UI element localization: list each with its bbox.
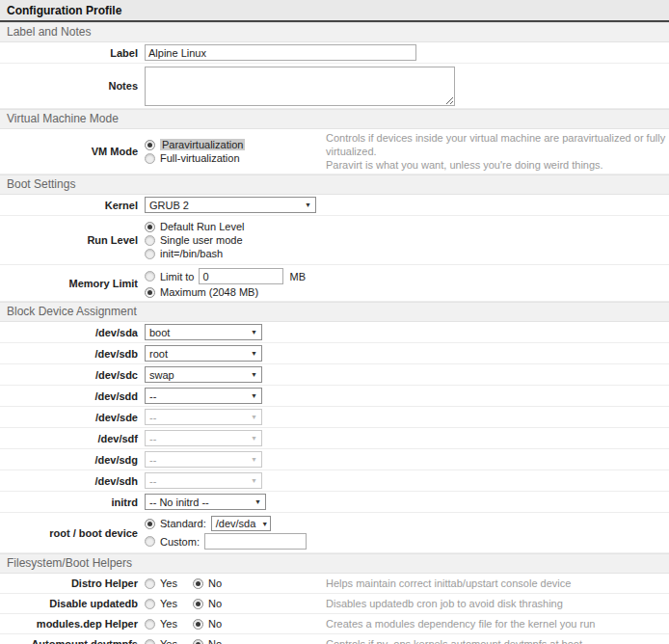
radio-disable-updatedb-yes[interactable] (145, 599, 155, 609)
helper-row-devtmpfs: Automount devtmpfs Yes No Controls if pv… (0, 634, 669, 644)
radio-distro-helper-no[interactable] (193, 578, 203, 589)
kernel-select[interactable]: GRUB 2 ▼ (145, 197, 316, 213)
root-device-select[interactable]: /dev/sda ▼ (211, 516, 271, 531)
initrd-row: initrd -- No initrd -- ▼ (0, 492, 669, 513)
run-level-row: Run Level Default Run Level Single user … (0, 216, 669, 265)
device-row-sdf: /dev/sdf -- ▼ (0, 428, 669, 449)
device-row-sde: /dev/sde -- ▼ (0, 407, 669, 428)
memory-unit-label: MB (289, 271, 306, 282)
vm-mode-row: VM Mode Paravirtualization Full-virtuali… (0, 129, 669, 174)
label-field-label: Label (0, 47, 145, 59)
helper-row-updatedb: Disable updatedb Yes No Disables updated… (0, 594, 669, 614)
initrd-select[interactable]: -- No initrd -- ▼ (145, 494, 266, 510)
radio-default-run-level[interactable] (145, 222, 155, 232)
run-level-option-default[interactable]: Default Run Level (145, 220, 244, 233)
radio-init-bin-bash[interactable] (145, 249, 155, 259)
radio-automount-devtmpfs-no[interactable] (193, 639, 203, 644)
radio-paravirtualization[interactable] (145, 140, 155, 150)
root-device-standard-option[interactable]: Standard: /dev/sda ▼ (145, 515, 271, 532)
device-row-sdg: /dev/sdg -- ▼ (0, 449, 669, 470)
memory-limit-option-maximum[interactable]: Maximum (2048 MB) (145, 285, 258, 299)
page-title: Configuration Profile (0, 0, 669, 22)
device-select-sdf: -- ▼ (145, 430, 262, 446)
radio-modules-dep-yes[interactable] (145, 619, 155, 630)
root-device-custom-input[interactable] (204, 533, 307, 550)
helper-row-modules-dep: modules.dep Helper Yes No Creates a modu… (0, 614, 669, 634)
radio-full-virtualization[interactable] (145, 153, 155, 164)
device-row-sda: /dev/sda boot ▼ (0, 322, 669, 343)
chevron-down-icon: ▼ (251, 329, 257, 335)
helper-help-updatedb: Disables updatedb cron job to avoid disk… (326, 597, 563, 610)
chevron-down-icon: ▼ (261, 521, 268, 527)
helper-row-distro: Distro Helper Yes No Helps maintain corr… (0, 574, 669, 594)
section-filesystem-boot-helpers: Filesystem/Boot Helpers (0, 553, 669, 574)
radio-distro-helper-yes[interactable] (145, 578, 155, 589)
device-row-sdb: /dev/sdb root ▼ (0, 343, 669, 364)
label-input[interactable] (145, 44, 416, 61)
device-select-sdh: -- ▼ (145, 472, 262, 489)
notes-row: Notes (0, 64, 669, 109)
device-row-sdd: /dev/sdd -- ▼ (0, 386, 669, 407)
chevron-down-icon: ▼ (251, 414, 257, 420)
chevron-down-icon: ▼ (251, 477, 257, 484)
device-select-sdc[interactable]: swap ▼ (145, 366, 262, 383)
chevron-down-icon: ▼ (251, 371, 257, 378)
section-label-and-notes: Label and Notes (0, 22, 669, 42)
vm-mode-option-full-virtualization[interactable]: Full-virtualization (145, 151, 240, 165)
helper-help-modules-dep: Creates a modules dependency file for th… (326, 617, 595, 631)
device-row-sdc: /dev/sdc swap ▼ (0, 364, 669, 386)
chevron-down-icon: ▼ (251, 435, 257, 442)
vm-mode-option-label: Paravirtualization (160, 139, 245, 150)
section-block-device-assignment: Block Device Assignment (0, 302, 669, 322)
memory-limit-row: Memory Limit Limit to MB Maximum (2048 M… (0, 265, 669, 302)
initrd-label: initrd (0, 496, 145, 508)
section-virtual-machine-mode: Virtual Machine Mode (0, 109, 669, 129)
notes-textarea[interactable] (145, 67, 455, 106)
chevron-down-icon: ▼ (254, 498, 261, 505)
vm-mode-option-label: Full-virtualization (160, 152, 240, 164)
radio-limit-to[interactable] (145, 271, 155, 282)
radio-disable-updatedb-no[interactable] (193, 599, 203, 609)
helper-help-devtmpfs: Controls if pv_ops kernels automount dev… (326, 637, 582, 644)
radio-single-user-mode[interactable] (145, 235, 155, 246)
radio-standard[interactable] (145, 519, 155, 529)
device-select-sdd[interactable]: -- ▼ (145, 388, 262, 404)
chevron-down-icon: ▼ (251, 350, 257, 357)
chevron-down-icon: ▼ (251, 392, 257, 399)
run-level-option-init-bash[interactable]: init=/bin/bash (145, 247, 223, 260)
radio-custom[interactable] (145, 536, 155, 547)
run-level-label: Run Level (0, 234, 145, 246)
memory-limit-input[interactable] (199, 268, 283, 284)
helper-help-distro: Helps maintain correct inittab/upstart c… (326, 577, 571, 590)
radio-maximum[interactable] (145, 287, 155, 298)
radio-automount-devtmpfs-yes[interactable] (145, 639, 155, 644)
chevron-down-icon: ▼ (305, 201, 311, 208)
kernel-label: Kernel (0, 200, 145, 211)
chevron-down-icon: ▼ (251, 456, 257, 463)
device-select-sdg: -- ▼ (145, 451, 262, 468)
section-boot-settings: Boot Settings (0, 174, 669, 195)
kernel-row: Kernel GRUB 2 ▼ (0, 195, 669, 216)
memory-limit-label: Memory Limit (0, 278, 145, 289)
vm-mode-help: Controls if devices inside your virtual … (326, 131, 669, 172)
device-select-sda[interactable]: boot ▼ (145, 324, 262, 340)
root-device-custom-option[interactable]: Custom: (145, 532, 307, 550)
label-row: Label (0, 42, 669, 64)
root-boot-device-row: root / boot device Standard: /dev/sda ▼ … (0, 513, 669, 553)
device-row-sdh: /dev/sdh -- ▼ (0, 470, 669, 492)
root-boot-device-label: root / boot device (0, 527, 145, 539)
run-level-option-single-user[interactable]: Single user mode (145, 233, 243, 247)
device-select-sde: -- ▼ (145, 409, 262, 425)
memory-limit-option-limit[interactable]: Limit to MB (145, 267, 306, 285)
notes-field-label: Notes (0, 80, 145, 92)
vm-mode-option-paravirtualization[interactable]: Paravirtualization (145, 138, 245, 151)
device-select-sdb[interactable]: root ▼ (145, 345, 262, 362)
vm-mode-label: VM Mode (0, 146, 145, 157)
radio-modules-dep-no[interactable] (193, 619, 203, 630)
